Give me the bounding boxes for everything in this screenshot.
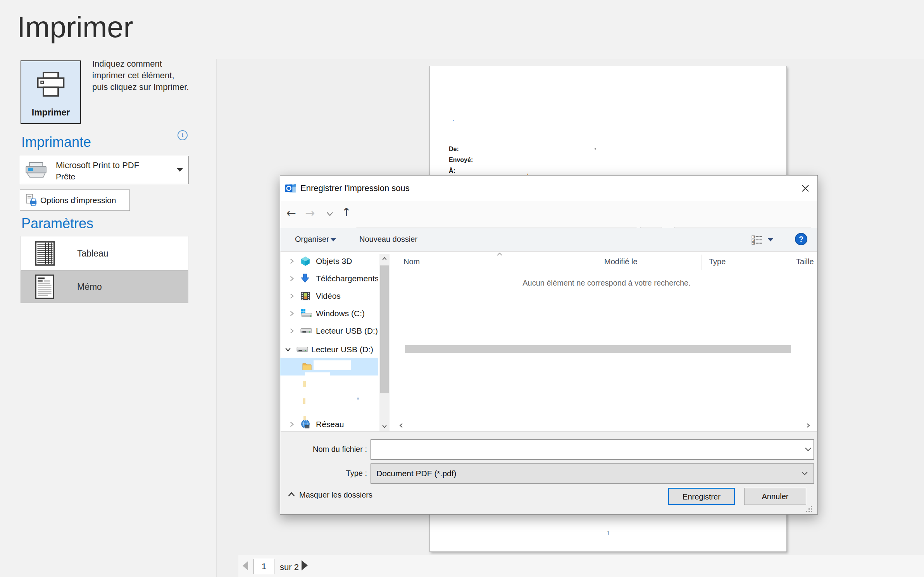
chevron-right-icon[interactable]	[290, 310, 294, 317]
page-number-input[interactable]	[253, 559, 274, 574]
tree-item-objets-3d[interactable]: Objets 3D	[280, 252, 378, 270]
close-button[interactable]	[798, 181, 813, 196]
organize-menu[interactable]: Organiser	[295, 235, 329, 244]
3d-objects-icon	[300, 256, 310, 266]
history-chevron-icon[interactable]	[326, 211, 334, 217]
dialog-lower-panel: Nom du fichier : Type : Document PDF (*.…	[281, 431, 817, 514]
printer-name: Microsoft Print to PDF	[56, 160, 139, 171]
network-icon	[300, 419, 310, 429]
setting-option-memo[interactable]: Mémo	[21, 270, 188, 303]
view-mode-caret-icon[interactable]	[768, 238, 773, 241]
tree-scrollbar[interactable]	[379, 254, 390, 431]
scroll-down-icon[interactable]	[379, 421, 390, 431]
outlook-icon	[285, 183, 297, 194]
page-title: Imprimer	[17, 10, 133, 44]
folder-icon	[302, 362, 312, 371]
chevron-right-icon[interactable]	[290, 328, 294, 334]
previous-page-arrow-icon[interactable]	[243, 561, 248, 570]
setting-option-label: Mémo	[77, 282, 102, 292]
chevron-right-icon[interactable]	[290, 276, 294, 282]
redacted-fragment	[303, 381, 306, 387]
chevron-up-icon	[288, 492, 295, 497]
chevron-right-icon[interactable]	[290, 293, 294, 299]
forward-arrow-icon[interactable]: →	[305, 207, 315, 219]
table-style-icon	[35, 241, 55, 266]
column-header-type[interactable]: Type	[702, 255, 789, 270]
redacted-label	[305, 372, 330, 375]
printer-icon	[36, 71, 66, 98]
horizontal-scrollbar-thumb[interactable]	[405, 345, 791, 353]
up-arrow-icon[interactable]: ↑	[341, 207, 351, 218]
scroll-right-icon[interactable]	[803, 420, 813, 431]
column-header-modifie-le[interactable]: Modifié le	[597, 255, 702, 270]
empty-list-message: Aucun élément ne correspond à votre rech…	[396, 279, 817, 288]
printer-section-heading: Imprimante	[21, 134, 91, 150]
save-print-output-dialog: Enregistrer l'impression sous ← → ↑ Lect…	[280, 175, 818, 515]
preview-nav-strip	[238, 555, 924, 577]
column-header-nom[interactable]: Nom	[396, 255, 597, 270]
windows-drive-icon	[300, 309, 312, 318]
dialog-toolbar: Organiser Nouveau dossier ?	[280, 228, 817, 251]
save-button[interactable]: Enregistrer	[668, 488, 735, 505]
print-options-icon	[26, 194, 37, 207]
pane-divider	[216, 59, 217, 577]
tree-item-lecteur-usb[interactable]: Lecteur USB (D:)	[280, 322, 378, 339]
chevron-right-icon[interactable]	[290, 421, 294, 427]
dialog-titlebar[interactable]: Enregistrer l'impression sous	[280, 176, 817, 201]
setting-option-tableau[interactable]: Tableau	[21, 236, 188, 270]
print-options-label: Options d'impression	[40, 196, 116, 205]
page-count-label: sur 2	[280, 562, 299, 572]
filetype-dropdown-chevron-icon	[801, 471, 808, 476]
redacted-speck	[453, 120, 454, 121]
scroll-up-icon[interactable]	[379, 254, 390, 264]
printer-small-icon	[25, 162, 47, 178]
memo-style-icon	[35, 274, 54, 299]
organize-caret-icon	[331, 238, 336, 241]
chevron-down-icon[interactable]	[285, 347, 291, 352]
tree-item-videos[interactable]: Vidéos	[280, 287, 378, 305]
filetype-select[interactable]: Document PDF (*.pdf)	[371, 463, 814, 484]
view-mode-icon[interactable]	[751, 235, 763, 245]
usb-drive-icon	[300, 327, 312, 334]
print-button[interactable]: Imprimer	[21, 60, 81, 124]
printer-status: Prête	[56, 172, 75, 181]
scroll-left-icon[interactable]	[396, 420, 406, 431]
chevron-down-icon	[177, 168, 183, 172]
dialog-navigation-row: ← → ↑ Lecteur USB (D:) ↻	[280, 201, 817, 228]
tree-item-selected-folder[interactable]	[280, 358, 378, 375]
print-options-button[interactable]: Options d'impression	[20, 189, 130, 211]
tree-item-reseau[interactable]: Réseau	[280, 417, 378, 431]
tree-item-lecteur-usb-expanded[interactable]: Lecteur USB (D:)	[280, 341, 378, 358]
next-page-arrow-icon[interactable]	[302, 560, 308, 570]
column-header-taille[interactable]: Taille	[789, 255, 817, 270]
tree-item-telechargements[interactable]: Téléchargements	[280, 270, 378, 287]
resize-grip[interactable]	[806, 506, 812, 512]
filetype-value: Document PDF (*.pdf)	[376, 469, 457, 478]
usb-drive-icon	[297, 346, 308, 353]
info-icon[interactable]: i	[178, 130, 188, 140]
print-button-label: Imprimer	[21, 107, 80, 118]
close-icon	[801, 184, 810, 193]
page-footer-number: 1	[430, 530, 786, 536]
printer-select[interactable]: Microsoft Print to PDF Prête	[20, 156, 189, 184]
redacted-fragment	[303, 398, 305, 404]
new-folder-button[interactable]: Nouveau dossier	[359, 235, 417, 244]
print-instructions: Indiquez comment imprimer cet élément, p…	[92, 58, 228, 93]
scrollbar-thumb[interactable]	[380, 265, 389, 393]
filename-dropdown-chevron-icon[interactable]	[805, 447, 812, 452]
downloads-icon	[300, 274, 310, 284]
tree-item-windows-c[interactable]: Windows (C:)	[280, 305, 378, 322]
redacted-label	[314, 360, 351, 370]
redacted-fragment	[357, 398, 359, 400]
setting-option-label: Tableau	[77, 248, 109, 258]
filename-label: Nom du fichier :	[284, 445, 367, 454]
settings-section-heading: Paramètres	[21, 215, 93, 232]
redacted-speck	[595, 148, 596, 150]
help-button[interactable]: ?	[795, 233, 807, 245]
screen: { "backstage": { "title": "Imprimer", "p…	[0, 0, 924, 577]
videos-icon	[300, 291, 310, 301]
chevron-right-icon[interactable]	[290, 258, 294, 264]
cancel-button[interactable]: Annuler	[744, 488, 806, 505]
back-arrow-icon[interactable]: ←	[286, 207, 296, 219]
filename-input[interactable]	[371, 439, 814, 460]
